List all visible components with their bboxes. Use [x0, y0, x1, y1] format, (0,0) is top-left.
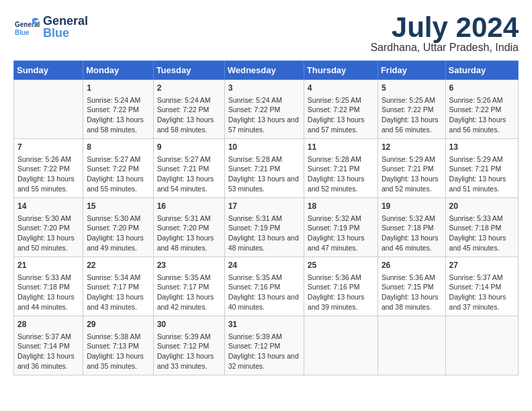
cell-info: Sunset: 7:14 PM [449, 282, 515, 292]
cell-info: Sunrise: 5:39 AM [228, 332, 300, 342]
cell-info: Daylight: 13 hours and 37 minutes. [449, 292, 515, 312]
day-number: 2 [157, 83, 221, 94]
cell-info: Sunset: 7:12 PM [228, 341, 300, 351]
day-number: 30 [157, 319, 221, 330]
cell-info: Sunset: 7:21 PM [382, 164, 442, 174]
calendar-cell: 20Sunrise: 5:33 AMSunset: 7:18 PMDayligh… [445, 198, 518, 257]
cell-info: Daylight: 13 hours and 51 minutes. [449, 174, 515, 193]
week-row-3: 14Sunrise: 5:30 AMSunset: 7:20 PMDayligh… [14, 198, 519, 257]
cell-info: Daylight: 13 hours and 56 minutes. [382, 115, 442, 134]
calendar-cell: 4Sunrise: 5:25 AMSunset: 7:22 PMDaylight… [304, 80, 378, 139]
calendar-cell [378, 316, 445, 375]
calendar-cell: 10Sunrise: 5:28 AMSunset: 7:21 PMDayligh… [224, 139, 304, 198]
cell-info: Sunset: 7:17 PM [157, 282, 221, 292]
day-number: 17 [228, 201, 300, 212]
cell-info: Sunrise: 5:26 AM [17, 154, 79, 165]
day-number: 18 [308, 201, 374, 212]
title-block: July 2024 Sardhana, Uttar Pradesh, India [370, 13, 519, 54]
cell-info: Daylight: 13 hours and 46 minutes. [382, 233, 442, 253]
cell-info: Sunset: 7:21 PM [157, 164, 221, 174]
cell-info: Sunset: 7:22 PM [228, 105, 300, 115]
cell-info: Sunset: 7:20 PM [87, 223, 149, 233]
calendar-cell: 6Sunrise: 5:26 AMSunset: 7:22 PMDaylight… [445, 80, 518, 139]
calendar-cell: 26Sunrise: 5:36 AMSunset: 7:15 PMDayligh… [378, 257, 445, 316]
cell-info: Sunrise: 5:38 AM [87, 332, 149, 342]
cell-info: Daylight: 13 hours and 35 minutes. [87, 351, 149, 371]
day-number: 10 [228, 142, 300, 153]
cell-info: Daylight: 13 hours and 52 minutes. [308, 174, 374, 193]
cell-info: Daylight: 13 hours and 48 minutes. [157, 233, 221, 253]
logo-svg: General Blue [13, 13, 40, 40]
cell-info: Sunrise: 5:36 AM [308, 273, 374, 283]
cell-info: Sunset: 7:19 PM [308, 223, 374, 233]
week-row-4: 21Sunrise: 5:33 AMSunset: 7:18 PMDayligh… [14, 257, 519, 316]
cell-info: Sunset: 7:21 PM [449, 164, 515, 174]
cell-info: Sunset: 7:18 PM [17, 282, 79, 292]
cell-info: Sunrise: 5:24 AM [228, 95, 300, 105]
calendar-cell: 13Sunrise: 5:29 AMSunset: 7:21 PMDayligh… [445, 139, 518, 198]
day-number: 26 [382, 260, 442, 271]
cell-info: Sunset: 7:22 PM [157, 105, 221, 115]
calendar-cell: 11Sunrise: 5:28 AMSunset: 7:21 PMDayligh… [304, 139, 378, 198]
day-number: 22 [87, 260, 149, 271]
cell-info: Sunrise: 5:32 AM [308, 214, 374, 224]
cell-info: Daylight: 13 hours and 49 minutes. [87, 233, 149, 253]
calendar-cell: 1Sunrise: 5:24 AMSunset: 7:22 PMDaylight… [83, 80, 153, 139]
cell-info: Sunrise: 5:27 AM [157, 154, 221, 165]
day-number: 9 [157, 142, 221, 153]
cell-info: Sunrise: 5:33 AM [17, 273, 79, 283]
calendar-cell: 22Sunrise: 5:34 AMSunset: 7:17 PMDayligh… [83, 257, 153, 316]
day-number: 31 [228, 319, 300, 330]
day-number: 25 [308, 260, 374, 271]
cell-info: Sunset: 7:22 PM [308, 105, 374, 115]
cell-info: Sunrise: 5:39 AM [157, 332, 221, 342]
cell-info: Daylight: 13 hours and 58 minutes. [157, 115, 221, 134]
day-number: 15 [87, 201, 149, 212]
cell-info: Sunrise: 5:31 AM [228, 214, 300, 224]
cell-info: Sunset: 7:12 PM [157, 341, 221, 351]
cell-info: Sunset: 7:17 PM [87, 282, 149, 292]
cell-info: Sunset: 7:15 PM [382, 282, 442, 292]
cell-info: Sunrise: 5:35 AM [228, 273, 300, 283]
day-header-thursday: Thursday [304, 61, 378, 80]
calendar-cell: 25Sunrise: 5:36 AMSunset: 7:16 PMDayligh… [304, 257, 378, 316]
cell-info: Daylight: 13 hours and 40 minutes. [228, 292, 300, 312]
calendar-cell: 24Sunrise: 5:35 AMSunset: 7:16 PMDayligh… [224, 257, 304, 316]
cell-info: Sunrise: 5:25 AM [382, 95, 442, 105]
cell-info: Daylight: 13 hours and 56 minutes. [449, 115, 515, 134]
week-row-5: 28Sunrise: 5:37 AMSunset: 7:14 PMDayligh… [14, 316, 519, 375]
cell-info: Daylight: 13 hours and 47 minutes. [308, 233, 374, 253]
day-number: 12 [382, 142, 442, 153]
day-number: 21 [17, 260, 79, 271]
cell-info: Sunset: 7:18 PM [382, 223, 442, 233]
day-number: 7 [17, 142, 79, 153]
calendar-cell: 27Sunrise: 5:37 AMSunset: 7:14 PMDayligh… [445, 257, 518, 316]
cell-info: Sunrise: 5:25 AM [308, 95, 374, 105]
calendar-cell [445, 316, 518, 375]
logo: General Blue General Blue [13, 13, 88, 40]
calendar-header-row: SundayMondayTuesdayWednesdayThursdayFrid… [14, 61, 519, 80]
calendar-cell: 21Sunrise: 5:33 AMSunset: 7:18 PMDayligh… [14, 257, 83, 316]
day-header-saturday: Saturday [445, 61, 518, 80]
day-header-wednesday: Wednesday [224, 61, 304, 80]
day-number: 4 [308, 83, 374, 94]
cell-info: Sunset: 7:14 PM [17, 341, 79, 351]
cell-info: Daylight: 13 hours and 33 minutes. [157, 351, 221, 371]
week-row-2: 7Sunrise: 5:26 AMSunset: 7:22 PMDaylight… [14, 139, 519, 198]
cell-info: Sunset: 7:22 PM [449, 105, 515, 115]
day-header-friday: Friday [378, 61, 445, 80]
cell-info: Daylight: 13 hours and 38 minutes. [382, 292, 442, 312]
cell-info: Sunrise: 5:24 AM [87, 95, 149, 105]
day-number: 6 [449, 83, 515, 94]
day-header-sunday: Sunday [14, 61, 83, 80]
cell-info: Sunset: 7:16 PM [308, 282, 374, 292]
cell-info: Sunrise: 5:29 AM [382, 154, 442, 165]
cell-info: Sunrise: 5:24 AM [157, 95, 221, 105]
calendar-cell [304, 316, 378, 375]
cell-info: Sunset: 7:18 PM [449, 223, 515, 233]
cell-info: Daylight: 13 hours and 54 minutes. [157, 174, 221, 193]
calendar-table: SundayMondayTuesdayWednesdayThursdayFrid… [13, 60, 519, 375]
day-header-monday: Monday [83, 61, 153, 80]
day-number: 28 [17, 319, 79, 330]
cell-info: Daylight: 13 hours and 48 minutes. [228, 233, 300, 253]
